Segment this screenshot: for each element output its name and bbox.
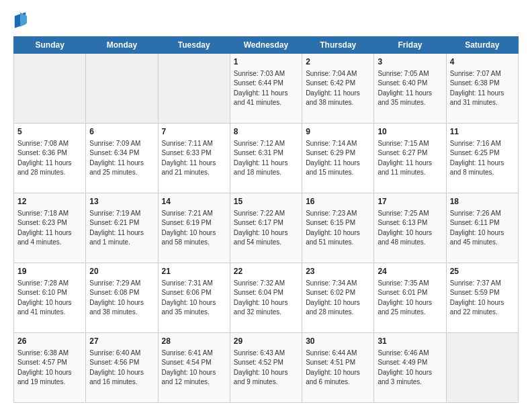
day-info: Sunrise: 7:29 AMSunset: 6:08 PMDaylight:…: [89, 279, 154, 318]
header-cell-saturday: Saturday: [446, 37, 518, 54]
day-number: 27: [89, 336, 154, 347]
day-cell-29: 29Sunrise: 6:43 AMSunset: 4:52 PMDayligh…: [230, 333, 302, 403]
day-info: Sunrise: 7:15 AMSunset: 6:27 PMDaylight:…: [378, 139, 442, 178]
day-info: Sunrise: 7:11 AMSunset: 6:33 PMDaylight:…: [162, 139, 226, 178]
day-number: 1: [234, 56, 298, 68]
day-number: 22: [234, 266, 298, 277]
day-number: 3: [378, 56, 442, 68]
day-cell-3: 3Sunrise: 7:05 AMSunset: 6:40 PMDaylight…: [374, 54, 446, 124]
day-number: 5: [17, 126, 82, 138]
day-number: 29: [234, 336, 298, 347]
day-cell-5: 5Sunrise: 7:08 AMSunset: 6:36 PMDaylight…: [14, 124, 86, 193]
day-info: Sunrise: 7:09 AMSunset: 6:34 PMDaylight:…: [89, 139, 154, 178]
week-row-1: 5Sunrise: 7:08 AMSunset: 6:36 PMDaylight…: [14, 124, 519, 193]
calendar-table: SundayMondayTuesdayWednesdayThursdayFrid…: [13, 36, 519, 403]
day-number: 10: [378, 126, 442, 138]
calendar-header: SundayMondayTuesdayWednesdayThursdayFrid…: [14, 37, 519, 54]
svg-marker-1: [20, 12, 27, 27]
day-info: Sunrise: 7:12 AMSunset: 6:31 PMDaylight:…: [234, 139, 298, 178]
day-number: 11: [450, 126, 515, 138]
day-cell-1: 1Sunrise: 7:03 AMSunset: 6:44 PMDaylight…: [230, 54, 302, 124]
day-info: Sunrise: 7:25 AMSunset: 6:13 PMDaylight:…: [378, 209, 442, 248]
day-cell-2: 2Sunrise: 7:04 AMSunset: 6:42 PMDaylight…: [302, 54, 374, 124]
day-cell-30: 30Sunrise: 6:44 AMSunset: 4:51 PMDayligh…: [302, 333, 374, 403]
day-info: Sunrise: 7:14 AMSunset: 6:29 PMDaylight:…: [306, 139, 370, 178]
day-cell-25: 25Sunrise: 7:37 AMSunset: 5:59 PMDayligh…: [446, 263, 518, 333]
day-cell-10: 10Sunrise: 7:15 AMSunset: 6:27 PMDayligh…: [374, 124, 446, 193]
day-number: 9: [306, 126, 370, 138]
day-info: Sunrise: 7:37 AMSunset: 5:59 PMDaylight:…: [450, 279, 515, 318]
empty-cell: [446, 333, 518, 403]
day-info: Sunrise: 6:44 AMSunset: 4:51 PMDaylight:…: [306, 349, 370, 387]
day-info: Sunrise: 7:04 AMSunset: 6:42 PMDaylight:…: [306, 69, 370, 108]
day-info: Sunrise: 7:34 AMSunset: 6:02 PMDaylight:…: [306, 279, 370, 318]
day-number: 20: [89, 266, 154, 277]
day-number: 4: [450, 56, 515, 68]
day-cell-13: 13Sunrise: 7:19 AMSunset: 6:21 PMDayligh…: [86, 193, 158, 263]
day-number: 31: [378, 336, 442, 347]
day-info: Sunrise: 7:23 AMSunset: 6:15 PMDaylight:…: [306, 209, 370, 248]
day-info: Sunrise: 7:21 AMSunset: 6:19 PMDaylight:…: [162, 209, 226, 248]
week-row-2: 12Sunrise: 7:18 AMSunset: 6:23 PMDayligh…: [14, 193, 519, 263]
day-number: 15: [234, 196, 298, 208]
day-info: Sunrise: 6:43 AMSunset: 4:52 PMDaylight:…: [234, 349, 298, 387]
day-number: 18: [450, 196, 515, 208]
day-cell-8: 8Sunrise: 7:12 AMSunset: 6:31 PMDaylight…: [230, 124, 302, 193]
day-info: Sunrise: 7:05 AMSunset: 6:40 PMDaylight:…: [378, 69, 442, 108]
day-info: Sunrise: 6:38 AMSunset: 4:57 PMDaylight:…: [17, 349, 82, 387]
day-number: 16: [306, 196, 370, 208]
day-info: Sunrise: 7:28 AMSunset: 6:10 PMDaylight:…: [17, 279, 82, 318]
day-info: Sunrise: 7:35 AMSunset: 6:01 PMDaylight:…: [378, 279, 442, 318]
day-number: 14: [162, 196, 226, 208]
empty-cell: [86, 54, 158, 124]
header-cell-friday: Friday: [374, 37, 446, 54]
logo: [13, 11, 30, 30]
day-number: 21: [162, 266, 226, 277]
day-cell-23: 23Sunrise: 7:34 AMSunset: 6:02 PMDayligh…: [302, 263, 374, 333]
day-info: Sunrise: 7:26 AMSunset: 6:11 PMDaylight:…: [450, 209, 515, 248]
header-cell-monday: Monday: [86, 37, 158, 54]
day-number: 28: [162, 336, 226, 347]
day-info: Sunrise: 7:22 AMSunset: 6:17 PMDaylight:…: [234, 209, 298, 248]
week-row-3: 19Sunrise: 7:28 AMSunset: 6:10 PMDayligh…: [14, 263, 519, 333]
day-info: Sunrise: 7:03 AMSunset: 6:44 PMDaylight:…: [234, 69, 298, 108]
day-cell-17: 17Sunrise: 7:25 AMSunset: 6:13 PMDayligh…: [374, 193, 446, 263]
calendar-page: SundayMondayTuesdayWednesdayThursdayFrid…: [0, 0, 532, 411]
header-cell-tuesday: Tuesday: [158, 37, 230, 54]
day-number: 19: [17, 266, 82, 277]
day-cell-7: 7Sunrise: 7:11 AMSunset: 6:33 PMDaylight…: [158, 124, 230, 193]
day-info: Sunrise: 7:19 AMSunset: 6:21 PMDaylight:…: [89, 209, 154, 248]
day-info: Sunrise: 7:31 AMSunset: 6:06 PMDaylight:…: [162, 279, 226, 318]
header-cell-thursday: Thursday: [302, 37, 374, 54]
day-cell-26: 26Sunrise: 6:38 AMSunset: 4:57 PMDayligh…: [14, 333, 86, 403]
page-header: [13, 11, 519, 30]
calendar-body: 1Sunrise: 7:03 AMSunset: 6:44 PMDaylight…: [14, 54, 519, 403]
empty-cell: [14, 54, 86, 124]
day-cell-18: 18Sunrise: 7:26 AMSunset: 6:11 PMDayligh…: [446, 193, 518, 263]
day-number: 17: [378, 196, 442, 208]
day-cell-14: 14Sunrise: 7:21 AMSunset: 6:19 PMDayligh…: [158, 193, 230, 263]
day-number: 23: [306, 266, 370, 277]
day-number: 7: [162, 126, 226, 138]
day-cell-6: 6Sunrise: 7:09 AMSunset: 6:34 PMDaylight…: [86, 124, 158, 193]
day-cell-22: 22Sunrise: 7:32 AMSunset: 6:04 PMDayligh…: [230, 263, 302, 333]
day-cell-28: 28Sunrise: 6:41 AMSunset: 4:54 PMDayligh…: [158, 333, 230, 403]
empty-cell: [158, 54, 230, 124]
day-cell-21: 21Sunrise: 7:31 AMSunset: 6:06 PMDayligh…: [158, 263, 230, 333]
day-cell-9: 9Sunrise: 7:14 AMSunset: 6:29 PMDaylight…: [302, 124, 374, 193]
day-number: 8: [234, 126, 298, 138]
day-cell-16: 16Sunrise: 7:23 AMSunset: 6:15 PMDayligh…: [302, 193, 374, 263]
day-number: 25: [450, 266, 515, 277]
day-info: Sunrise: 7:07 AMSunset: 6:38 PMDaylight:…: [450, 69, 515, 108]
day-cell-11: 11Sunrise: 7:16 AMSunset: 6:25 PMDayligh…: [446, 124, 518, 193]
day-number: 13: [89, 196, 154, 208]
day-info: Sunrise: 7:18 AMSunset: 6:23 PMDaylight:…: [17, 209, 82, 248]
day-cell-27: 27Sunrise: 6:40 AMSunset: 4:56 PMDayligh…: [86, 333, 158, 403]
day-number: 30: [306, 336, 370, 347]
day-info: Sunrise: 6:46 AMSunset: 4:49 PMDaylight:…: [378, 349, 442, 387]
header-cell-sunday: Sunday: [14, 37, 86, 54]
day-cell-12: 12Sunrise: 7:18 AMSunset: 6:23 PMDayligh…: [14, 193, 86, 263]
header-cell-wednesday: Wednesday: [230, 37, 302, 54]
week-row-4: 26Sunrise: 6:38 AMSunset: 4:57 PMDayligh…: [14, 333, 519, 403]
day-number: 12: [17, 196, 82, 208]
